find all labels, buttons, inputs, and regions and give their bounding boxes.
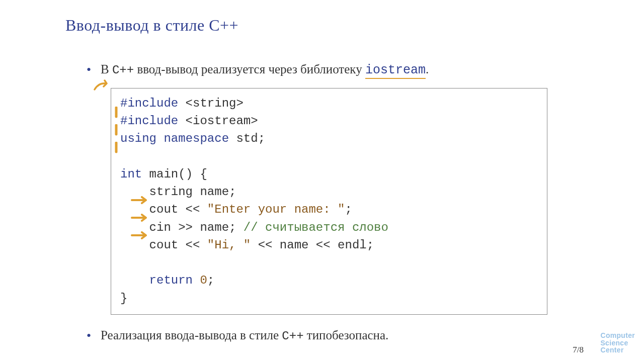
bullet-1-cxx: C++ — [112, 63, 134, 77]
bullet-2: Реализация ввода-вывода в стиле C++ типо… — [101, 327, 579, 344]
logo: Computer Science Center — [600, 332, 635, 354]
code-block: #include <string> #include <iostream> us… — [111, 88, 547, 315]
slide: Ввод-вывод в стиле C++ В C++ ввод-вывод … — [0, 0, 644, 362]
bullet-2-post: типобезопасна. — [304, 328, 389, 342]
bullet-list-2: Реализация ввода-вывода в стиле C++ типо… — [65, 327, 579, 344]
bullet-1-mid: ввод-вывод реализуется через библиотеку — [134, 62, 365, 76]
page-number: 7/8 — [573, 345, 584, 355]
bullet-1-post: . — [426, 62, 429, 76]
annotation-arrow-icon — [94, 79, 111, 93]
logo-line-2: Science — [600, 339, 635, 347]
bullet-1: В C++ ввод-вывод реализуется через библи… — [101, 61, 579, 79]
code-content: #include <string> #include <iostream> us… — [120, 95, 538, 307]
logo-line-1: Computer — [600, 332, 635, 339]
bullet-2-cxx: C++ — [282, 329, 303, 343]
bullet-2-pre: Реализация ввода-вывода в стиле — [101, 328, 282, 342]
bullet-1-pre: В — [101, 62, 112, 76]
bullet-list: В C++ ввод-вывод реализуется через библи… — [65, 61, 579, 79]
bullet-1-lib: iostream — [365, 63, 426, 79]
logo-line-3: Center — [600, 346, 635, 354]
slide-title: Ввод-вывод в стиле C++ — [65, 16, 579, 35]
